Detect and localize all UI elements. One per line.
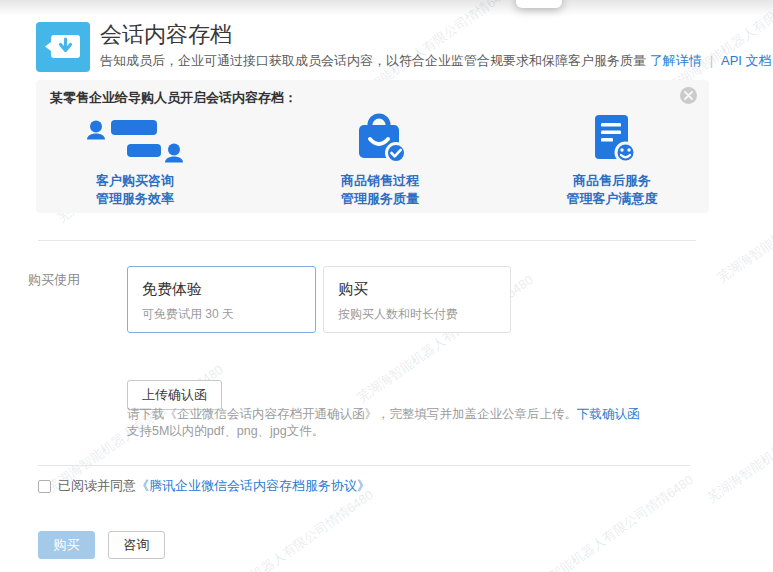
option-title: 免费体验 [142, 280, 301, 299]
banner-title: 某零售企业给导购人员开启会话内容存档： [50, 89, 297, 107]
chat-users-icon [45, 112, 225, 164]
agreement-checkbox[interactable] [38, 480, 51, 493]
feature-label: 客户购买咨询管理服务效率 [45, 172, 225, 208]
section-divider [38, 465, 690, 466]
watermark-text: 芜湖海智能机器人有限公司情情6480 [704, 371, 773, 507]
instruction-text: 请下载《企业微信会话内容存档开通确认函》，完整填写并加盖企业公章后上传。 [127, 407, 577, 421]
option-title: 购买 [338, 280, 496, 299]
watermark-text: 芜湖海智能机器人有限公司情情6480 [714, 151, 773, 287]
page-subtitle: 告知成员后，企业可通过接口获取成员会话内容，以符合企业监管合规要求和保障客户服务… [100, 52, 772, 70]
consult-button[interactable]: 咨询 [108, 531, 165, 559]
link-separator: | [710, 53, 713, 68]
subtitle-text: 告知成员后，企业可通过接口获取成员会话内容，以符合企业监管合规要求和保障客户服务… [100, 53, 646, 68]
close-icon[interactable] [680, 87, 697, 104]
download-chat-icon [36, 22, 90, 72]
option-card-free-trial[interactable]: 免费体验 可免费试用 30 天 [127, 266, 316, 333]
upload-instruction: 请下载《企业微信会话内容存档开通确认函》，完整填写并加盖企业公章后上传。下载确认… [127, 406, 702, 423]
document-smile-icon [522, 112, 702, 164]
section-divider [38, 240, 696, 241]
session-archive-page: 芜湖海智能机器人有限公司情情6480 芜湖海智能机器人有限公司情情6480 芜湖… [0, 0, 773, 572]
feature-after-sales: 商品售后服务管理客户满意度 [522, 112, 702, 208]
file-format-hint: 支持5M以内的pdf、png、jpg文件。 [127, 423, 324, 440]
watermark-text: 芜湖海智能机器人有限公司情情6480 [194, 486, 377, 572]
agreement-text: 已阅读并同意 [58, 477, 136, 495]
session-archive-app-icon [36, 22, 90, 72]
feature-customer-consult: 客户购买咨询管理服务效率 [45, 112, 225, 208]
purchase-section-label: 购买使用 [28, 271, 80, 289]
shopping-bag-check-icon [290, 112, 470, 164]
feature-sales-process: 商品销售过程管理服务质量 [290, 112, 470, 208]
floating-element-partial [516, 0, 562, 8]
feature-label: 商品销售过程管理服务质量 [290, 172, 470, 208]
page-title: 会话内容存档 [100, 20, 232, 50]
service-agreement-link[interactable]: 《腾讯企业微信会话内容存档服务协议》 [136, 477, 370, 495]
option-desc: 按购买人数和时长付费 [338, 306, 496, 323]
watermark-text: 芜湖海智能机器人有限公司情情6480 [514, 471, 697, 572]
option-card-purchase[interactable]: 购买 按购买人数和时长付费 [323, 266, 511, 333]
buy-button[interactable]: 购买 [38, 531, 95, 559]
top-window-shadow [0, 0, 773, 16]
api-docs-link[interactable]: API 文档 [721, 53, 772, 68]
download-confirmation-link[interactable]: 下载确认函 [577, 407, 640, 421]
learn-more-link[interactable]: 了解详情 [650, 53, 702, 68]
option-desc: 可免费试用 30 天 [142, 306, 301, 323]
feature-label: 商品售后服务管理客户满意度 [522, 172, 702, 208]
agreement-row: 已阅读并同意 《腾讯企业微信会话内容存档服务协议》 [38, 477, 370, 495]
promo-banner: 某零售企业给导购人员开启会话内容存档： 客户购买咨询管理服务效率 [36, 80, 709, 213]
